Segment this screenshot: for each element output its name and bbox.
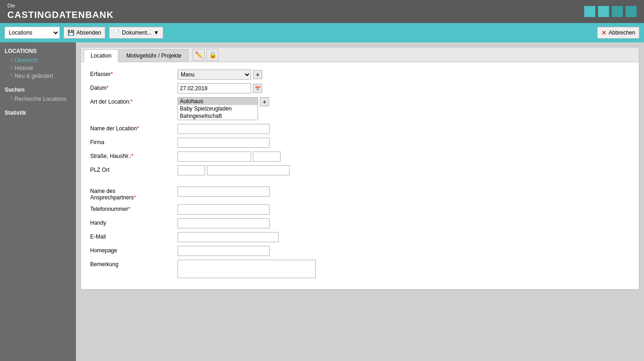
homepage-input[interactable]	[178, 246, 270, 256]
telefon-label: Telefonnummer*	[90, 204, 178, 212]
erfasser-select[interactable]: ManuAdminUser	[178, 70, 251, 80]
form-panel: Location Motivgebühr / Projekte ✏️ 🔒	[80, 47, 639, 290]
sidebar-suchen-section: Suchen Recherche Locations	[5, 87, 71, 102]
strasse-row: Straße, HausNr.:*	[90, 151, 630, 162]
header-icons	[584, 6, 637, 17]
header-casting: CASTINGDATENBANK	[7, 9, 114, 20]
dokument-label: Dokument...	[122, 29, 152, 36]
homepage-label: Homepage	[90, 246, 178, 254]
layout: LOCATIONS Übersicht Historie Neu & geänd…	[0, 42, 644, 361]
edit-icon-btn[interactable]: ✏️	[193, 49, 205, 61]
strasse-label: Straße, HausNr.:*	[90, 151, 178, 159]
sidebar-statistik-title: Statistik	[5, 110, 71, 116]
erfasser-row: Erfasser* ManuAdminUser +	[90, 70, 630, 80]
absenden-label: Absenden	[76, 29, 101, 36]
tab-location[interactable]: Location	[84, 49, 118, 62]
firma-label: Firma	[90, 138, 178, 146]
tabs: Location Motivgebühr / Projekte ✏️ 🔒	[81, 47, 639, 62]
abbrechen-button[interactable]: ✕ Abbrechen	[597, 27, 639, 39]
ansprechpartner-input[interactable]	[178, 186, 270, 197]
erfasser-label: Erfasser*	[90, 70, 178, 77]
app-title: Die CASTINGDATENBANK	[7, 3, 114, 20]
header-icon-2[interactable]	[598, 6, 609, 17]
email-input[interactable]	[178, 232, 279, 242]
form-separator-1	[90, 179, 630, 186]
toolbar: Locations 💾 Absenden 📄 Dokument... ▼ ✕ A…	[0, 23, 644, 42]
name-location-row: Name der Location*	[90, 124, 630, 134]
plz-controls	[178, 165, 290, 175]
lock-icon: 🔒	[209, 51, 217, 58]
dropdown-arrow-icon: ▼	[154, 29, 159, 36]
form-body: Erfasser* ManuAdminUser + Datum* 📅	[81, 62, 639, 289]
erfasser-controls: ManuAdminUser +	[178, 70, 262, 80]
bemerkung-row: Bemerkung	[90, 260, 630, 278]
doc-icon: 📄	[113, 29, 120, 36]
sidebar: LOCATIONS Übersicht Historie Neu & geänd…	[0, 42, 76, 361]
sidebar-item-recherche[interactable]: Recherche Locations	[9, 96, 71, 102]
handy-label: Handy	[90, 218, 178, 226]
homepage-row: Homepage	[90, 246, 630, 256]
art-controls: Autohaus Baby Spielzeugladen Bahngesells…	[178, 97, 269, 120]
art-add-button[interactable]: +	[260, 97, 269, 106]
name-label: Name der Location*	[90, 124, 178, 132]
ort-input[interactable]	[207, 165, 290, 175]
sidebar-locations-title: LOCATIONS	[5, 48, 71, 54]
firma-row: Firma	[90, 138, 630, 148]
datum-controls: 📅	[178, 83, 262, 93]
main-content: Location Motivgebühr / Projekte ✏️ 🔒	[76, 42, 644, 361]
lock-icon-btn[interactable]: 🔒	[207, 49, 218, 61]
email-row: E-Mail	[90, 232, 630, 242]
hausnr-input[interactable]	[253, 151, 281, 162]
name-input[interactable]	[178, 124, 270, 134]
art-der-location-row: Art der Location:* Autohaus Baby Spielze…	[90, 97, 630, 120]
sidebar-item-neu-geandert[interactable]: Neu & geändert	[9, 73, 71, 79]
email-label: E-Mail	[90, 232, 178, 240]
sidebar-locations-section: LOCATIONS Übersicht Historie Neu & geänd…	[5, 48, 71, 79]
strasse-input[interactable]	[178, 151, 251, 162]
bemerkung-textarea[interactable]	[178, 260, 316, 278]
plz-input[interactable]	[178, 165, 205, 175]
save-icon: 💾	[68, 29, 75, 36]
header-die: Die	[7, 3, 114, 9]
header-icon-4[interactable]	[626, 6, 637, 17]
sidebar-suchen-title: Suchen	[5, 87, 71, 93]
dokument-button[interactable]: 📄 Dokument... ▼	[109, 27, 163, 39]
ansprechpartner-row: Name desAnsprechpartners*	[90, 186, 630, 201]
tab-motivgebuhr[interactable]: Motivgebühr / Projekte	[119, 49, 188, 62]
art-label: Art der Location:*	[90, 97, 178, 105]
firma-input[interactable]	[178, 138, 270, 148]
art-scroll-btns: +	[260, 97, 269, 106]
header-icon-3[interactable]	[612, 6, 623, 17]
telefon-row: Telefonnummer*	[90, 204, 630, 215]
header: Die CASTINGDATENBANK	[0, 0, 644, 23]
datum-input[interactable]	[178, 83, 251, 93]
sidebar-item-ubersicht[interactable]: Übersicht	[9, 57, 71, 64]
ansprechpartner-label: Name desAnsprechpartners*	[90, 186, 178, 201]
close-icon: ✕	[601, 29, 607, 36]
datum-row: Datum* 📅	[90, 83, 630, 93]
handy-input[interactable]	[178, 218, 270, 228]
tab-action-icons: ✏️ 🔒	[193, 49, 218, 61]
erfasser-add-button[interactable]: +	[253, 70, 262, 79]
calendar-icon-button[interactable]: 📅	[253, 84, 262, 93]
strasse-controls	[178, 151, 281, 162]
sidebar-item-historie[interactable]: Historie	[9, 65, 71, 71]
pencil-icon: ✏️	[195, 51, 203, 58]
module-dropdown[interactable]: Locations	[5, 27, 60, 39]
plz-row: PLZ Ort	[90, 165, 630, 175]
header-icon-1[interactable]	[584, 6, 595, 17]
handy-row: Handy	[90, 218, 630, 228]
bemerkung-label: Bemerkung	[90, 260, 178, 268]
absenden-button[interactable]: 💾 Absenden	[63, 27, 105, 39]
plz-label: PLZ Ort	[90, 165, 178, 173]
telefon-input[interactable]	[178, 204, 270, 215]
art-listbox[interactable]: Autohaus Baby Spielzeugladen Bahngesells…	[178, 97, 258, 120]
datum-label: Datum*	[90, 83, 178, 91]
abbrechen-label: Abbrechen	[609, 29, 635, 36]
